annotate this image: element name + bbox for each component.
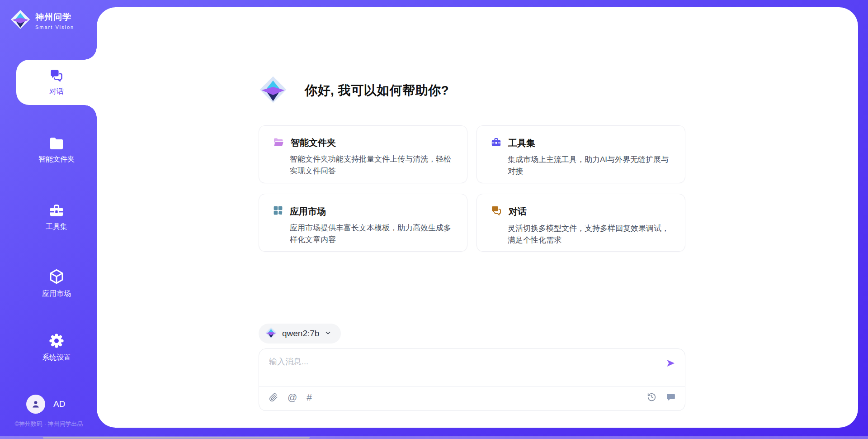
card-title: 对话 — [509, 205, 527, 218]
toolbox-icon — [48, 203, 65, 218]
greeting-title: 你好, 我可以如何帮助你? — [305, 82, 449, 99]
sidebar-footer: ©神州数码 · 神州问学出品 — [5, 420, 93, 428]
card-description: 集成市场上主流工具，助力AI与外界无缝扩展与对接 — [508, 154, 671, 177]
scrollbar-thumb[interactable] — [43, 437, 310, 439]
folder-icon — [48, 136, 65, 151]
sidebar-item-label: 对话 — [49, 87, 64, 96]
sidebar-item-settings[interactable]: 系统设置 — [16, 325, 97, 370]
send-icon[interactable] — [665, 358, 676, 370]
app-window: 神州问学 Smart Vision 对话 智能文件夹 — [0, 0, 868, 439]
grid-icon — [273, 205, 283, 218]
gear-icon — [48, 333, 65, 349]
greeting-block: 你好, 我可以如何帮助你? — [259, 75, 449, 106]
chevron-down-icon — [324, 329, 332, 339]
user-initials: AD — [53, 399, 65, 409]
avatar — [26, 395, 45, 414]
message-input[interactable] — [269, 356, 658, 382]
chat-icon — [491, 205, 502, 218]
card-description: 智能文件夹功能支持批量文件上传与清洗，轻松实现文件问答 — [290, 153, 453, 177]
sidebar-item-toolset[interactable]: 工具集 — [16, 195, 97, 240]
card-toolset[interactable]: 工具集 集成市场上主流工具，助力AI与外界无缝扩展与对接 — [476, 125, 685, 183]
card-chat[interactable]: 对话 灵活切换多模型文件，支持多样回复效果调试，满足个性化需求 — [476, 194, 685, 252]
card-smart-folder[interactable]: 智能文件夹 智能文件夹功能支持批量文件上传与清洗，轻松实现文件问答 — [259, 125, 467, 183]
sidebar: 神州问学 Smart Vision 对话 智能文件夹 — [0, 0, 97, 439]
card-title: 智能文件夹 — [291, 137, 336, 149]
brand-name: 神州问学 — [35, 11, 74, 23]
diamond-logo-icon — [10, 9, 31, 32]
user-profile[interactable]: AD — [26, 395, 65, 414]
sidebar-item-app-market[interactable]: 应用市场 — [16, 261, 97, 306]
horizontal-scrollbar[interactable] — [0, 436, 868, 439]
attachment-icon[interactable] — [269, 393, 278, 402]
model-name: qwen2:7b — [282, 329, 319, 339]
card-description: 应用市场提供丰富长文本模板，助力高效生成多样化文章内容 — [290, 222, 453, 245]
composer-divider — [259, 386, 685, 387]
hashtag-icon[interactable]: # — [307, 393, 312, 402]
mention-icon[interactable]: @ — [288, 393, 297, 402]
brand-logo: 神州问学 Smart Vision — [10, 9, 74, 32]
diamond-logo-icon — [265, 327, 277, 341]
card-title: 工具集 — [508, 137, 535, 149]
sidebar-item-label: 系统设置 — [42, 353, 71, 363]
chat-bubble-icon[interactable] — [666, 392, 676, 402]
history-icon[interactable] — [647, 392, 656, 402]
sidebar-item-chat[interactable]: 对话 — [16, 60, 97, 105]
card-description: 灵活切换多模型文件，支持多样回复效果调试，满足个性化需求 — [508, 223, 671, 246]
model-selector[interactable]: qwen2:7b — [259, 324, 341, 344]
cube-icon — [48, 268, 65, 285]
sidebar-item-label: 工具集 — [46, 222, 67, 232]
feature-cards: 智能文件夹 智能文件夹功能支持批量文件上传与清洗，轻松实现文件问答 — [259, 125, 685, 252]
main-panel: 你好, 我可以如何帮助你? 智能文件夹 智能文件夹功能支持批量文件上传与清洗，轻… — [97, 7, 858, 428]
chat-icon — [49, 68, 64, 83]
message-composer: @ # — [259, 348, 685, 411]
sidebar-item-label: 智能文件夹 — [38, 155, 75, 164]
sidebar-item-label: 应用市场 — [42, 289, 71, 299]
card-app-market[interactable]: 应用市场 应用市场提供丰富长文本模板，助力高效生成多样化文章内容 — [259, 194, 467, 252]
sidebar-item-smart-folder[interactable]: 智能文件夹 — [16, 128, 97, 173]
diamond-logo-icon — [259, 75, 288, 106]
brand-subtitle: Smart Vision — [35, 24, 74, 30]
briefcase-icon — [491, 137, 502, 149]
card-title: 应用市场 — [290, 205, 326, 218]
folder-open-icon — [273, 137, 284, 149]
